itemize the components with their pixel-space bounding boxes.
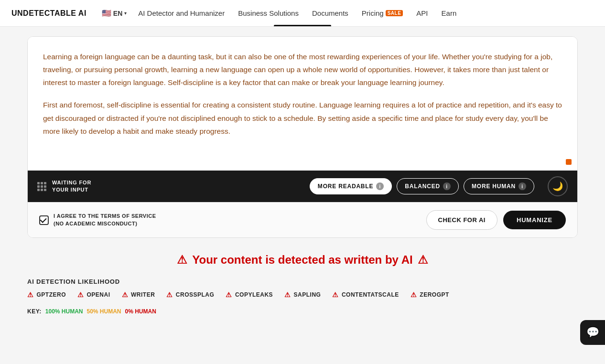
terms-checkbox[interactable] xyxy=(39,215,49,225)
moon-icon: 🌙 xyxy=(552,181,563,192)
checkmark-icon xyxy=(40,216,47,223)
alert-icon-crossplag: ⚠ xyxy=(166,291,173,299)
key-label: KEY: xyxy=(27,308,42,315)
detector-contentatscale: ⚠ CONTENTATSCALE xyxy=(332,291,399,299)
paragraph-2: First and foremost, self-discipline is e… xyxy=(43,98,562,137)
mode-more-readable-button[interactable]: MORE READABLE i xyxy=(310,178,392,194)
warning-icon-right: ⚠ xyxy=(418,253,428,267)
editor-toolbar: WAITING FOR YOUR INPUT MORE READABLE i B… xyxy=(28,171,577,202)
key-0-human: 0% HUMAN xyxy=(125,308,156,315)
pricing-label: Pricing xyxy=(362,9,384,17)
detector-grid: ⚠ GPTZERO ⚠ OPENAI ⚠ WRITER ⚠ CROSSPLAG … xyxy=(27,291,578,299)
editor-text-area[interactable]: Learning a foreign language can be a dau… xyxy=(28,37,577,171)
paragraph-1: Learning a foreign language can be a dau… xyxy=(43,50,562,89)
chat-widget[interactable]: 💬 xyxy=(580,320,605,324)
detector-zerogpt: ⚠ ZEROGPT xyxy=(411,291,449,299)
nav-link-pricing[interactable]: Pricing SALE xyxy=(362,9,403,17)
nav-links: AI Detector and Humanizer Business Solut… xyxy=(138,9,594,17)
nav-link-ai-detector[interactable]: AI Detector and Humanizer xyxy=(138,9,225,17)
terms-area: I AGREE TO THE TERMS OF SERVICE (NO ACAD… xyxy=(39,213,156,227)
warning-icon-left: ⚠ xyxy=(177,253,187,267)
alert-icon-contentatscale: ⚠ xyxy=(332,291,339,299)
dark-mode-button[interactable]: 🌙 xyxy=(548,176,568,196)
mode-more-human-button[interactable]: MORE HUMAN i xyxy=(464,178,534,194)
likelihood-title: AI DETECTION LIKELIHOOD xyxy=(27,278,578,285)
footer-actions: CHECK FOR AI HUMANIZE xyxy=(426,210,566,230)
grid-icon xyxy=(37,182,46,191)
nav-link-documents[interactable]: Documents xyxy=(312,9,348,17)
locale-selector[interactable]: 🇺🇸 EN ▾ xyxy=(102,9,127,18)
more-human-info-icon: i xyxy=(519,182,526,190)
check-for-ai-button[interactable]: CHECK FOR AI xyxy=(426,210,497,230)
nav-logo[interactable]: UNDETECTABLE AI xyxy=(11,9,86,18)
nav-link-earn[interactable]: Earn xyxy=(442,9,457,17)
key-section: KEY: 100% HUMAN 50% HUMAN 0% HUMAN xyxy=(27,308,578,315)
detector-crossplag: ⚠ CROSSPLAG xyxy=(166,291,214,299)
detector-copyleaks: ⚠ COPYLEAKS xyxy=(226,291,273,299)
flag-icon: 🇺🇸 xyxy=(102,9,111,18)
chevron-down-icon: ▾ xyxy=(124,11,127,16)
editor-text: Learning a foreign language can be a dau… xyxy=(43,50,562,138)
nav-link-business[interactable]: Business Solutions xyxy=(238,9,299,17)
editor-footer: I AGREE TO THE TERMS OF SERVICE (NO ACAD… xyxy=(28,202,577,237)
main-content: Learning a foreign language can be a dau… xyxy=(16,27,589,324)
detector-writer: ⚠ WRITER xyxy=(122,291,155,299)
humanize-button[interactable]: HUMANIZE xyxy=(503,211,566,229)
navbar: UNDETECTABLE AI 🇺🇸 EN ▾ AI Detector and … xyxy=(0,0,605,27)
key-50-human: 50% HUMAN xyxy=(86,308,121,315)
toolbar-buttons: MORE READABLE i BALANCED i MORE HUMAN i xyxy=(310,178,534,194)
nav-link-api[interactable]: API xyxy=(416,9,428,17)
toolbar-left: WAITING FOR YOUR INPUT xyxy=(37,179,91,194)
scroll-indicator xyxy=(566,159,572,165)
detection-result: ⚠ Your content is detected as written by… xyxy=(27,253,578,267)
mode-balanced-button[interactable]: BALANCED i xyxy=(397,178,459,194)
alert-icon-sapling: ⚠ xyxy=(284,291,291,299)
terms-text: I AGREE TO THE TERMS OF SERVICE (NO ACAD… xyxy=(54,213,156,227)
more-readable-info-icon: i xyxy=(376,182,384,190)
alert-icon-writer: ⚠ xyxy=(122,291,129,299)
detector-openai: ⚠ OPENAI xyxy=(77,291,110,299)
balanced-info-icon: i xyxy=(443,182,451,190)
alert-icon-zerogpt: ⚠ xyxy=(411,291,417,299)
detector-sapling: ⚠ SAPLING xyxy=(284,291,321,299)
alert-icon-openai: ⚠ xyxy=(77,291,84,299)
detector-gptzero: ⚠ GPTZERO xyxy=(27,291,66,299)
sale-badge: SALE xyxy=(386,10,403,16)
editor-card: Learning a foreign language can be a dau… xyxy=(27,36,578,238)
key-100-human: 100% HUMAN xyxy=(45,308,83,315)
waiting-status: WAITING FOR YOUR INPUT xyxy=(52,179,91,194)
detection-warning-text: ⚠ Your content is detected as written by… xyxy=(27,253,578,267)
language-label: EN xyxy=(113,10,122,17)
nav-underline xyxy=(274,25,331,26)
likelihood-section: AI DETECTION LIKELIHOOD ⚠ GPTZERO ⚠ OPEN… xyxy=(27,278,578,315)
alert-icon-copyleaks: ⚠ xyxy=(226,291,232,299)
alert-icon-gptzero: ⚠ xyxy=(27,291,34,299)
